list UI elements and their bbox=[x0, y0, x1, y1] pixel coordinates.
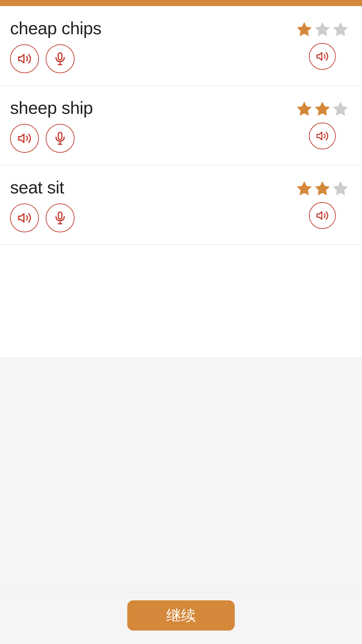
phrase-buttons-seat-sit bbox=[10, 203, 75, 232]
svg-marker-15 bbox=[316, 102, 329, 115]
continue-button[interactable]: 继续 bbox=[127, 600, 235, 631]
star-sheep-ship-2 bbox=[332, 101, 349, 119]
svg-marker-7 bbox=[334, 23, 347, 36]
phrase-left-sheep-ship: sheep ship bbox=[10, 98, 93, 153]
star-seat-sit-2 bbox=[332, 181, 349, 198]
svg-marker-24 bbox=[316, 182, 329, 195]
phrase-row-sheep-ship: sheep ship bbox=[0, 86, 362, 165]
star-seat-sit-0 bbox=[296, 181, 312, 198]
svg-marker-6 bbox=[316, 23, 329, 36]
phrase-row-seat-sit: seat sit bbox=[0, 165, 362, 245]
score-button-seat-sit[interactable] bbox=[309, 202, 336, 229]
score-button-cheap-chips[interactable] bbox=[309, 43, 336, 70]
stars-row-seat-sit bbox=[296, 181, 349, 198]
phrase-left-cheap-chips: cheap chips bbox=[10, 18, 101, 73]
bottom-bar: 继续 bbox=[0, 592, 362, 644]
phrase-row-cheap-chips: cheap chips bbox=[0, 6, 362, 86]
phrase-right-seat-sit bbox=[296, 181, 349, 229]
svg-marker-16 bbox=[334, 102, 347, 115]
phrase-buttons-cheap-chips bbox=[10, 44, 101, 73]
phrase-text-sheep-ship: sheep ship bbox=[10, 98, 93, 118]
svg-marker-17 bbox=[317, 132, 322, 140]
mic-button-cheap-chips[interactable] bbox=[46, 44, 75, 73]
svg-marker-9 bbox=[19, 134, 24, 143]
star-cheap-chips-2 bbox=[332, 21, 349, 39]
star-sheep-ship-1 bbox=[314, 101, 330, 119]
stars-row-sheep-ship bbox=[296, 101, 349, 119]
mic-button-seat-sit[interactable] bbox=[46, 203, 75, 232]
speak-button-cheap-chips[interactable] bbox=[10, 44, 39, 73]
svg-marker-5 bbox=[298, 23, 311, 36]
speak-button-sheep-ship[interactable] bbox=[10, 124, 39, 153]
stars-row-cheap-chips bbox=[296, 21, 349, 39]
phrase-buttons-sheep-ship bbox=[10, 124, 93, 153]
svg-marker-25 bbox=[334, 182, 347, 195]
score-button-sheep-ship[interactable] bbox=[309, 123, 336, 149]
phrase-left-seat-sit: seat sit bbox=[10, 177, 75, 232]
star-cheap-chips-0 bbox=[296, 21, 312, 39]
star-seat-sit-1 bbox=[314, 181, 330, 198]
content-area: cheap chips sheep ship bbox=[0, 6, 362, 357]
phrase-right-cheap-chips bbox=[296, 21, 349, 70]
svg-rect-2 bbox=[58, 53, 62, 60]
svg-rect-11 bbox=[58, 133, 62, 140]
svg-marker-18 bbox=[19, 214, 24, 222]
star-cheap-chips-1 bbox=[314, 21, 330, 39]
empty-area bbox=[0, 357, 362, 592]
top-bar bbox=[0, 0, 362, 6]
phrase-text-cheap-chips: cheap chips bbox=[10, 18, 101, 38]
svg-marker-0 bbox=[19, 55, 24, 63]
svg-marker-26 bbox=[317, 212, 322, 219]
speak-button-seat-sit[interactable] bbox=[10, 203, 39, 232]
svg-marker-14 bbox=[298, 102, 311, 115]
svg-rect-20 bbox=[58, 212, 62, 219]
phrase-right-sheep-ship bbox=[296, 101, 349, 149]
phrase-text-seat-sit: seat sit bbox=[10, 177, 75, 197]
mic-button-sheep-ship[interactable] bbox=[46, 124, 75, 153]
svg-marker-8 bbox=[317, 53, 322, 60]
svg-marker-23 bbox=[298, 182, 311, 195]
star-sheep-ship-0 bbox=[296, 101, 312, 119]
